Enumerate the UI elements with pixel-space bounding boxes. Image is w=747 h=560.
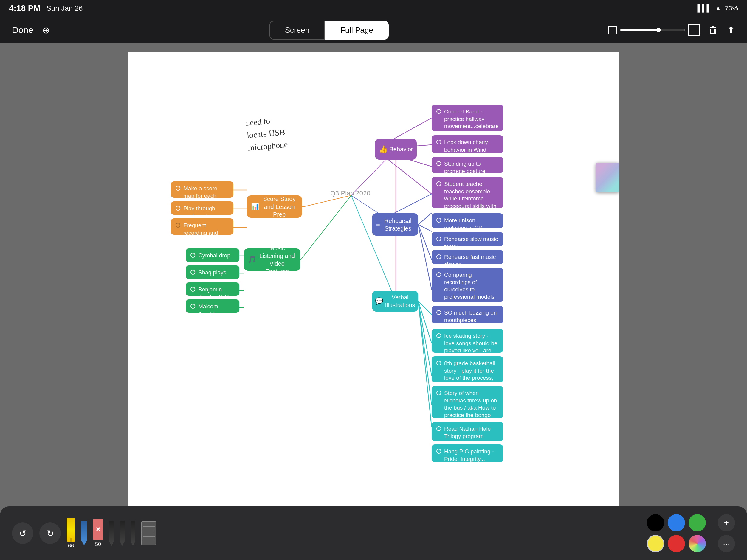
- color-row-1: [647, 514, 706, 531]
- color-swatches: [647, 514, 706, 552]
- svg-line-8: [418, 224, 432, 290]
- fullpage-button[interactable]: Full Page: [325, 21, 389, 39]
- svg-line-10: [418, 301, 432, 343]
- thumbnail-preview: [596, 163, 619, 192]
- verbal-leaf-3[interactable]: Story of when Nicholas threw up on the b…: [432, 386, 503, 418]
- behavior-leaf-1[interactable]: Concert Band - practice hallway movement…: [432, 105, 503, 131]
- more-button[interactable]: ···: [718, 535, 735, 552]
- music-leaf-1[interactable]: Cymbal drop: [186, 248, 239, 262]
- rehearsal-strategies-node[interactable]: ≡ Rehearsal Strategies: [372, 213, 418, 236]
- music-leaf-2[interactable]: Shaq plays oboe: [186, 265, 239, 279]
- svg-line-27: [301, 195, 351, 260]
- center-label: Q3 Plan 2020: [330, 189, 370, 197]
- verbal-leaf-1[interactable]: Ice skating story - love songs should be…: [432, 329, 503, 353]
- rehearsal-leaf-5[interactable]: SO much buzzing on mouthpieces: [432, 305, 503, 323]
- score-study-node[interactable]: 📊 Score Study and Lesson Prep: [247, 195, 302, 218]
- behavior-leaf-2[interactable]: Lock down chatty behavior in Wind Ensemb…: [432, 135, 503, 153]
- color-black[interactable]: [647, 514, 664, 531]
- status-time: 4:18 PM: [9, 4, 41, 13]
- pencil-dark-2[interactable]: [120, 521, 125, 546]
- zoom-slider-container: [609, 24, 700, 36]
- color-row-2: [647, 535, 706, 552]
- add-button[interactable]: +: [718, 514, 735, 531]
- view-toggle: Screen Full Page: [50, 21, 609, 39]
- color-red[interactable]: [668, 535, 685, 552]
- verbal-illustrations-node[interactable]: 💬 Verbal Illustrations: [372, 291, 418, 312]
- verbal-leaf-5[interactable]: Hang PIG painting - Pride, Integrity...: [432, 445, 503, 462]
- music-leaf-4[interactable]: Malcom Arnold: [186, 299, 239, 313]
- handwriting-note: need tolocate USBmicrophone: [245, 113, 288, 154]
- status-bar: 4:18 PM Sun Jan 26 ▌▌▌ ▲ 73%: [0, 0, 747, 17]
- top-toolbar: Done ⊕ Screen Full Page 🗑 ⬆: [0, 17, 747, 44]
- toolbar-right: 🗑 ⬆: [609, 24, 735, 36]
- status-icons: ▌▌▌ ▲ 73%: [697, 4, 738, 12]
- music-leaf-3[interactable]: Benjamin Zander TED: [186, 283, 239, 296]
- screen-button[interactable]: Screen: [269, 21, 325, 39]
- pencil-dark-1[interactable]: [109, 521, 114, 546]
- behavior-node[interactable]: 👍 Behavior: [375, 139, 417, 160]
- undo-button[interactable]: ↺: [12, 523, 33, 544]
- status-date: Sun Jan 26: [47, 4, 83, 12]
- pencil-dark-3[interactable]: [131, 521, 135, 546]
- battery-icon: 73%: [725, 4, 738, 12]
- share-icon[interactable]: ⬆: [727, 24, 735, 36]
- verbal-leaf-4[interactable]: Read Nathan Hale Trilogy program notes: [432, 422, 503, 441]
- svg-line-5: [418, 213, 432, 224]
- color-green[interactable]: [689, 514, 706, 531]
- color-rainbow[interactable]: [689, 535, 706, 552]
- rehearsal-leaf-2[interactable]: Rehearse slow music faster: [432, 232, 503, 246]
- delete-icon[interactable]: 🗑: [709, 25, 718, 36]
- behavior-leaf-4[interactable]: Student teacher teaches ensemble while I…: [432, 177, 503, 208]
- bottom-actions: + ···: [718, 514, 735, 552]
- redo-button[interactable]: ↻: [40, 523, 61, 544]
- svg-line-7: [418, 224, 432, 260]
- music-listening-node[interactable]: 🎵 Music Listening and Video Features: [244, 248, 301, 271]
- ruler-tool[interactable]: [141, 521, 156, 545]
- svg-line-25: [351, 195, 396, 301]
- eraser-tool[interactable]: ✕ 50: [93, 519, 103, 548]
- color-yellow[interactable]: [647, 535, 664, 552]
- verbal-leaf-2[interactable]: 8th grade basketball story - play it for…: [432, 356, 503, 382]
- rehearsal-leaf-1[interactable]: More unison melodies in CB: [432, 213, 503, 228]
- svg-line-11: [418, 301, 432, 376]
- signal-icon: ▌▌▌: [697, 4, 711, 12]
- zoom-slider[interactable]: [620, 28, 685, 32]
- behavior-leaf-3[interactable]: Standing up to promote posture: [432, 157, 503, 173]
- svg-line-6: [418, 224, 432, 232]
- svg-line-12: [418, 301, 432, 405]
- rehearsal-leaf-4[interactable]: Comparing recordings of ourselves to pro…: [432, 268, 503, 302]
- bottom-toolbar: ↺ ↻ 66 ✕ 50: [0, 506, 747, 560]
- crop-icon[interactable]: ⊕: [42, 25, 50, 35]
- rehearsal-leaf-3[interactable]: Rehearse fast music slower: [432, 250, 503, 264]
- wifi-icon: ▲: [715, 4, 721, 12]
- zoom-small-icon: [609, 26, 617, 34]
- svg-line-9: [418, 301, 432, 315]
- pen-blue-tool[interactable]: [81, 521, 87, 545]
- done-button[interactable]: Done: [12, 25, 33, 35]
- score-leaf-2[interactable]: Play through each part: [171, 202, 233, 215]
- score-leaf-3[interactable]: Frequent recording and analyzing: [171, 218, 233, 235]
- canvas-area: Q3 Plan 2020 need tolocate USBmicrophone…: [0, 44, 747, 506]
- marker-yellow-tool[interactable]: 66: [67, 518, 75, 549]
- score-leaf-1[interactable]: Make a score map for each piece: [171, 181, 233, 198]
- mind-map-page: Q3 Plan 2020 need tolocate USBmicrophone…: [128, 52, 619, 517]
- zoom-large-icon: [688, 24, 700, 36]
- svg-line-13: [418, 301, 432, 427]
- color-blue[interactable]: [668, 514, 685, 531]
